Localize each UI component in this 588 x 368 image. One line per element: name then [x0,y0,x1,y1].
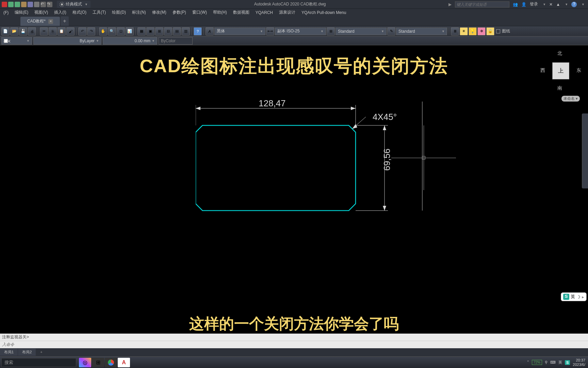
match-button[interactable]: 🖌 [66,27,75,35]
menu-help[interactable]: 帮助(H) [210,9,230,16]
undo-icon[interactable]: ↶ [40,2,46,7]
ime-floating-badge[interactable]: S 英 ☽ ▸ [561,292,587,301]
undo-button[interactable]: ↶ [78,27,86,35]
bycolor-combo[interactable]: ByColor [159,37,193,45]
standard-combo-1[interactable]: Standard ▼ [336,28,387,35]
color-swatch[interactable] [496,29,500,33]
menu-draw[interactable]: 绘图(D) [109,9,129,16]
menu-parametric[interactable]: 参数(P) [170,9,189,16]
tray-up-icon[interactable]: ˄ [527,360,529,365]
taskbar-search[interactable]: 搜索 [1,358,76,367]
zoom-ext-button[interactable]: ⊡ [117,27,125,35]
wifi-icon[interactable]: ⚲ [545,360,548,365]
layer-iso-button[interactable]: ≣ [451,27,459,35]
chrome-icon[interactable] [105,358,117,367]
redo-icon[interactable]: ↷ [47,2,52,7]
open-button[interactable]: 📂 [10,27,18,35]
freeze-icon[interactable]: ❄ [477,27,486,35]
menu-yuanquan[interactable]: 源泉设计 [276,9,298,16]
bulb-icon[interactable]: 💡 [469,27,477,35]
block-button[interactable]: ▦ [137,27,146,35]
text-button[interactable]: A [206,27,214,35]
menu-modify[interactable]: 修改(M) [149,9,169,16]
layout-tab-2[interactable]: 布局2 [18,349,36,356]
save-icon[interactable] [8,2,14,7]
drawing-canvas[interactable]: CAD绘图标注出现感叹号的关闭方法 这样的一个关闭方法你学会了吗 128,47 … [0,45,588,341]
menu-insert[interactable]: 插入(I) [51,9,69,16]
standard-combo-2[interactable]: Standard ▼ [396,28,447,35]
menu-view[interactable]: 视图(V) [32,9,51,16]
saveas-icon[interactable] [15,2,20,7]
block2-button[interactable]: ▣ [146,27,154,35]
autocad-icon[interactable]: A [118,358,130,367]
block3-button[interactable]: ⊞ [155,27,163,35]
copy-button[interactable]: ⎘ [49,27,57,35]
search-input[interactable] [455,1,509,7]
menu-format[interactable]: 格式(O) [70,9,89,16]
share-icon[interactable]: 👥 [513,2,518,7]
play-icon[interactable]: ▶ [448,2,452,7]
cmdline-close-icon[interactable]: ‹ × [3,38,11,45]
help-icon[interactable]: ? [571,2,577,7]
paste-button[interactable]: 📋 [58,27,66,35]
new-button[interactable]: 📄 [1,27,10,35]
cortana-icon[interactable]: ◎ [79,358,91,367]
menu-dataview[interactable]: 数据视图 [230,9,252,16]
battery-indicator[interactable]: 72% [532,360,542,365]
pan-button[interactable]: ✋ [99,27,107,35]
sheet-button[interactable]: ▤ [173,27,181,35]
table-button[interactable]: ⊟ [164,27,172,35]
lock-icon[interactable]: 🔒 [486,27,494,35]
exchange-icon[interactable]: ✕ [549,2,553,7]
layer-combo[interactable]: ByLayer ▼ [33,37,101,45]
layout-add-button[interactable]: + [36,349,46,355]
dim-style-combo[interactable]: 副本 ISO-25 ▼ [275,28,326,35]
plot-icon[interactable] [34,2,39,7]
command-prompt[interactable]: 入命令 [0,341,588,348]
svg-marker-4 [351,107,356,110]
mleader-button[interactable]: ✎ [387,27,395,35]
vc-east: 东 [576,67,581,74]
command-line[interactable]: 注释监视器关> 入命令 [0,334,588,348]
properties-button[interactable]: 📊 [126,27,134,35]
taskview-icon[interactable]: ⊞ [92,358,104,367]
nav-bar[interactable] [582,113,588,188]
menu-dimension[interactable]: 标注(N) [129,9,149,16]
menu-yqarch-pulldown[interactable]: YQArch Pull-down Menu [299,10,349,16]
menu-file[interactable]: (F) [1,10,11,16]
clock-time[interactable]: 20:37 [573,358,585,362]
vc-named-view[interactable]: 未命名 ▾ [561,96,580,102]
keyboard-icon[interactable]: ⌨ [550,360,556,365]
cut-button[interactable]: ✂ [40,27,48,35]
zoom-button[interactable]: 🔍 [108,27,116,35]
user-icon[interactable]: 👤 [521,2,526,7]
new-icon[interactable] [2,2,7,7]
layout-tab-1[interactable]: 布局1 [0,349,18,356]
ime-s-tray[interactable]: S [565,360,570,365]
open-icon[interactable] [21,2,27,7]
login-label[interactable]: 登录 [530,1,538,7]
menu-edit[interactable]: 编辑(E) [12,9,31,16]
ime-indicator[interactable]: 英 [558,360,562,365]
dim-button[interactable]: ⟷ [266,27,274,35]
workspace-dropdown[interactable]: 经典模式 ▼ [57,1,91,8]
viewcube[interactable]: 北 西 东 南 上 [540,50,581,91]
save-button[interactable]: 💾 [19,27,27,35]
lineweight-combo[interactable]: 0.00 mm ▼ [103,37,157,45]
menu-yqarch[interactable]: YQARCH [253,10,276,16]
tab-close-icon[interactable]: × [48,19,53,24]
cols-button[interactable]: ▥ [182,27,190,35]
menu-tools[interactable]: 工具(T) [90,9,109,16]
menu-window[interactable]: 窗口(W) [190,9,210,16]
redo-button[interactable]: ↷ [87,27,95,35]
vc-top-face[interactable]: 上 [552,62,569,79]
app-icon[interactable]: ▲ [556,2,560,7]
sun-icon[interactable]: ☀ [460,27,468,35]
tab-new-button[interactable]: + [61,16,69,26]
print-icon[interactable] [28,2,33,7]
help-button[interactable]: ? [194,27,202,35]
text-style-combo[interactable]: 黑体 ▼ [214,28,265,35]
print-button[interactable]: 🖨 [28,27,36,35]
doc-tab[interactable]: CAD教程* × [20,17,60,26]
table-style-button[interactable]: ⊞ [327,27,335,35]
